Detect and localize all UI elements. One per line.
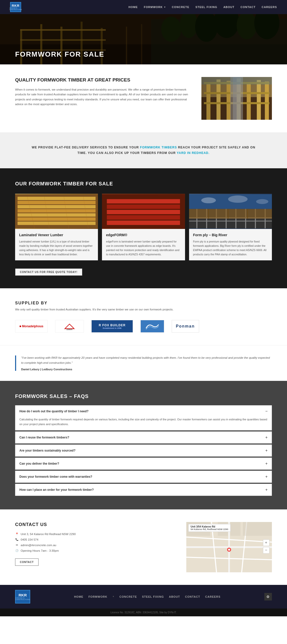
product-desc-formply: Form ply is a premium quality plywood de…	[193, 239, 268, 256]
map-inner: + − Unit 3/54 Kalaroo Rd 54 Kalaroo Rd, …	[186, 522, 272, 572]
contact-heading: CONTACT US	[15, 522, 176, 527]
blue-logo-svg	[145, 321, 160, 332]
phone-icon: 📞	[15, 538, 19, 541]
nav-steel-fixing[interactable]: STEEL FIXING	[195, 6, 217, 9]
contact-phone: 0405 154 574	[21, 538, 38, 541]
faq-question-3[interactable]: Are your timbers sustainably sourced? +	[15, 445, 272, 456]
footer-nav-steel[interactable]: Steel Fixing	[142, 595, 164, 598]
product-card-body-edge: edgeFORM® edgeForm is laminated veneer l…	[102, 229, 185, 260]
edge-image-svg	[102, 194, 185, 229]
svg-point-74	[256, 199, 268, 204]
faq-question-6[interactable]: How can I place an order for your formwo…	[15, 484, 272, 496]
faq-item-4: Can you deliver the timber? +	[15, 458, 272, 470]
faq-answer-1: Calculating the quantity of timber formw…	[15, 417, 272, 430]
nav-about[interactable]: ABOUT	[223, 6, 234, 9]
rfox-est: Established in 1998	[99, 327, 125, 329]
svg-rect-39	[18, 213, 96, 217]
quality-section: QUALITY FORMWORK TIMBER AT GREAT PRICES …	[0, 64, 287, 132]
faq-item-1: How do I work out the quantity of timber…	[15, 405, 272, 430]
logo[interactable]: RKR CONCRETE CONSTRUCTIONS	[10, 2, 21, 12]
contact-email-row: ✉ admin@rkrconcrete.com.au	[15, 543, 176, 547]
footer-nav-formwork[interactable]: Formwork	[88, 595, 107, 598]
hero-title: FORMWORK FOR SALE	[15, 50, 104, 58]
social-icon[interactable]: ⚙	[264, 593, 272, 600]
email-icon: ✉	[15, 543, 19, 547]
quality-text-block: QUALITY FORMWORK TIMBER AT GREAT PRICES …	[15, 77, 191, 107]
footer-nav-home[interactable]: Home	[74, 595, 83, 598]
main-nav: HOME FORMWORK ▼ CONCRETE STEEL FIXING AB…	[128, 6, 277, 9]
clock-icon: 🕐	[15, 549, 19, 552]
delivery-banner: WE PROVIDE FLAT-FEE DELIVERY SERVICES TO…	[0, 132, 287, 168]
monadelphous-label: ■ Monadelphous	[19, 325, 43, 328]
footer-nav-contact[interactable]: Contact	[185, 595, 200, 598]
logo-sub: CONCRETE CONSTRUCTIONS	[9, 7, 22, 10]
contact-info: CONTACT US 📍 Unit 3, 54 Kalaroo Rd Redhe…	[15, 522, 176, 566]
chevron-down-icon-footer: ▼	[112, 595, 114, 598]
map-area[interactable]: + − Unit 3/54 Kalaroo Rd 54 Kalaroo Rd, …	[186, 522, 272, 572]
nav-contact[interactable]: CONTACT	[240, 6, 256, 9]
svg-rect-67	[189, 209, 272, 219]
contact-phone-row: 📞 0405 154 574	[15, 538, 176, 541]
testimonial-text: "I've been working with RKR for approxim…	[21, 355, 272, 365]
footer-nav-about[interactable]: About	[169, 595, 180, 598]
footer-logo[interactable]: RKR CONCRETE CONSTRUCTIONS	[15, 590, 30, 603]
supplier-ledbury: LEDBURY CONSTRUCTIONS	[55, 320, 84, 333]
faq-question-2[interactable]: Can I reuse the formwork timbers? +	[15, 432, 272, 443]
quality-heading: QUALITY FORMWORK TIMBER AT GREAT PRICES	[15, 77, 191, 83]
svg-rect-41	[18, 222, 96, 225]
contact-button[interactable]: CONTACT	[15, 558, 39, 566]
svg-text:−: −	[265, 548, 267, 552]
faq-question-1[interactable]: How do I work out the quantity of timber…	[15, 406, 272, 417]
contact-address: Unit 3, 54 Kalaroo Rd Redhead NSW 2290	[21, 533, 76, 536]
faq-question-text-4: Can you deliver the timber?	[19, 462, 59, 465]
logo-box: RKR CONCRETE CONSTRUCTIONS	[10, 2, 21, 12]
minus-icon: −	[265, 409, 268, 414]
nav-home[interactable]: HOME	[128, 6, 138, 9]
svg-rect-36	[18, 201, 96, 205]
faq-question-5[interactable]: Does your formwork timber come with warr…	[15, 471, 272, 482]
product-card-body-lumber: Laminated Veneer Lumber Laminated veneer…	[15, 229, 98, 260]
faq-question-4[interactable]: Can you deliver the timber? +	[15, 458, 272, 469]
footer-nav-concrete[interactable]: Concrete	[119, 595, 137, 598]
nav-careers[interactable]: CAREERS	[262, 6, 277, 9]
delivery-text-before: WE PROVIDE FLAT-FEE DELIVERY SERVICES TO…	[32, 146, 140, 149]
hero-section: FORMWORK FOR SALE	[0, 14, 287, 64]
supplier-blue	[140, 320, 164, 333]
footer-nav-careers[interactable]: Careers	[205, 595, 221, 598]
product-desc-edge: edgeForm is laminated veneer lumber spec…	[106, 239, 181, 256]
supplied-subtext: We only sell quality timber from trusted…	[15, 308, 272, 311]
svg-text:+: +	[265, 540, 267, 545]
faq-item-3: Are your timbers sustainably sourced? +	[15, 445, 272, 457]
formply-image-svg	[189, 194, 272, 229]
nav-formwork-link[interactable]: FORMWORK	[144, 6, 163, 9]
contact-hours-row: 🕐 Opening Hours 7am - 3:30pm	[15, 549, 176, 552]
products-heading: OUR FORMWORK TIMBER FOR SALE	[15, 181, 272, 187]
quality-image	[201, 77, 272, 120]
rfox-inner: R FOX BUILDER Established in 1998	[96, 322, 128, 331]
faq-section: FORMWORK SALES – FAQS How do I work out …	[0, 381, 287, 509]
testimonial-block: "I've been working with RKR for approxim…	[15, 355, 272, 371]
nav-concrete[interactable]: CONCRETE	[172, 6, 189, 9]
location-icon: 📍	[15, 532, 19, 536]
product-name-lumber: Laminated Veneer Lumber	[19, 233, 94, 237]
footer-bottom: Licence No. 312910C, ABN: 33634412105, S…	[0, 609, 287, 616]
free-quote-button[interactable]: CONTACT US FOR FREE QUOTE TODAY!	[15, 268, 82, 276]
footer-nav: Home Formwork ▼ Concrete Steel Fixing Ab…	[74, 595, 221, 598]
plus-icon-2: +	[265, 435, 268, 440]
footer-logo-text: RKR	[19, 593, 27, 597]
site-header: RKR CONCRETE CONSTRUCTIONS HOME FORMWORK…	[0, 0, 287, 14]
product-image-lumber	[15, 194, 98, 229]
licence-text: Licence No. 312910C, ABN: 33634412105, S…	[15, 611, 272, 614]
svg-text:LEDBURY: LEDBURY	[66, 329, 73, 331]
contact-email: admin@rkrconcrete.com.au	[21, 544, 56, 547]
contact-address-row: 📍 Unit 3, 54 Kalaroo Rd Redhead NSW 2290	[15, 532, 176, 536]
lumber-image-svg	[15, 194, 98, 229]
product-desc-lumber: Laminated veneer lumber (LVL) is a type …	[19, 239, 94, 256]
faq-question-text-2: Can I reuse the formwork timbers?	[19, 436, 69, 439]
product-card-formply: Form ply – Big River Form ply is a premi…	[189, 194, 272, 260]
nav-formwork[interactable]: FORMWORK ▼	[144, 6, 166, 9]
suppliers-logos: ■ Monadelphous LEDBURY CONSTRUCTIONS R F…	[15, 320, 272, 333]
svg-rect-40	[18, 217, 96, 221]
product-image-formply	[189, 194, 272, 229]
svg-rect-38	[18, 209, 96, 213]
